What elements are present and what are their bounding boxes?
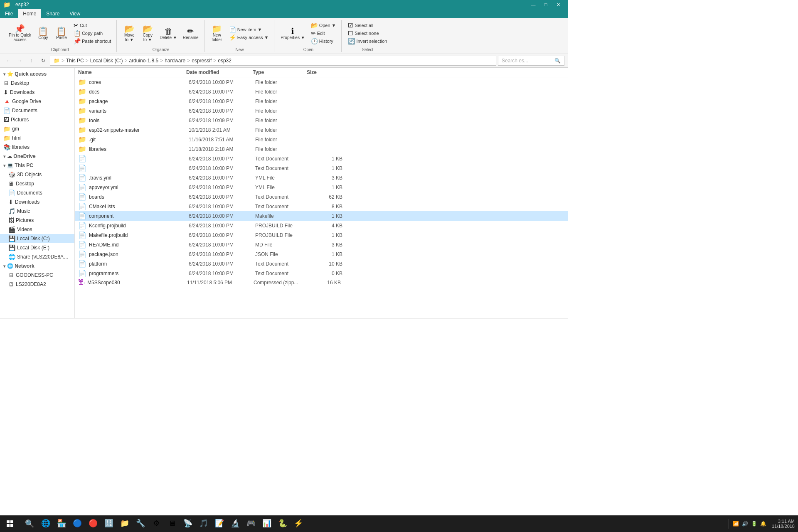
sidebar-item-pictures-pc[interactable]: 🖼 Pictures <box>0 216 74 225</box>
sidebar-item-documents-qa[interactable]: 📄 Documents 📌 <box>0 106 74 115</box>
table-row[interactable]: 📄 Makefile.projbuild 6/24/2018 10:00 PM … <box>75 230 568 240</box>
sidebar-item-ls220[interactable]: 🖥 LS220DE8A2 <box>0 280 74 289</box>
up-button[interactable]: ↑ <box>27 56 37 66</box>
file-type: Text Document <box>255 261 309 267</box>
forward-button[interactable]: → <box>15 56 25 66</box>
table-row[interactable]: 📁 cores 6/24/2018 10:00 PM File folder <box>75 77 568 87</box>
table-row[interactable]: 📄 boards 6/24/2018 10:00 PM Text Documen… <box>75 192 568 202</box>
file-date: 6/24/2018 10:00 PM <box>189 185 255 190</box>
table-row[interactable]: 📁 docs 6/24/2018 10:00 PM File folder <box>75 87 568 96</box>
tab-file[interactable]: File <box>0 9 18 18</box>
sidebar-item-local-disk-c[interactable]: 💾 Local Disk (C:) <box>0 234 74 243</box>
table-row[interactable]: 📁 esp32-snippets-master 10/1/2018 2:01 A… <box>75 125 568 135</box>
network-header[interactable]: ▾ 🌐 Network <box>0 261 74 271</box>
table-row[interactable]: 📄 component 6/24/2018 10:00 PM Makefile … <box>75 211 568 221</box>
onedrive-header[interactable]: ▾ ☁ OneDrive <box>0 152 74 161</box>
sidebar-item-gm[interactable]: 📁 gm <box>0 124 74 133</box>
sidebar-item-3d-objects[interactable]: 🎲 3D Objects <box>0 170 74 179</box>
open-group: ℹ Properties ▼ 📂 Open ▼ ✏ Edit 🕐 History <box>275 20 342 52</box>
table-row[interactable]: 📁 .git 11/16/2018 7:51 AM File folder <box>75 135 568 144</box>
table-row[interactable]: 📄 appveyor.yml 6/24/2018 10:00 PM YML Fi… <box>75 182 568 192</box>
table-row[interactable]: 📁 variants 6/24/2018 10:00 PM File folde… <box>75 106 568 116</box>
minimize-button[interactable]: — <box>527 0 539 9</box>
tab-view[interactable]: View <box>64 9 85 18</box>
rename-button[interactable]: ✏ Rename <box>181 26 201 41</box>
copy-button[interactable]: 📋 Copy <box>35 26 52 41</box>
close-button[interactable]: ✕ <box>552 0 564 9</box>
open-button[interactable]: 📂 Open ▼ <box>309 22 338 29</box>
sidebar-item-share-l[interactable]: 🌐 Share (\\LS220DE8A2) (L:) <box>0 252 74 261</box>
table-row[interactable]: 📁 libraries 11/18/2018 2:18 AM File fold… <box>75 144 568 154</box>
history-button[interactable]: 🕐 History <box>309 37 338 45</box>
table-row[interactable]: 📄 .travis.yml 6/24/2018 10:00 PM YML Fil… <box>75 173 568 182</box>
new-item-button[interactable]: 📄 New item ▼ <box>227 26 271 33</box>
search-box[interactable]: Search es... 🔍 <box>498 56 564 66</box>
invert-selection-button[interactable]: 🔄 Invert selection <box>346 37 389 45</box>
sidebar-item-google-drive[interactable]: 🔺 Google Drive <box>0 97 74 106</box>
refresh-button[interactable]: ↻ <box>38 56 48 66</box>
sidebar-item-local-disk-e[interactable]: 💾 Local Disk (E:) <box>0 243 74 252</box>
quick-access-header[interactable]: ▾ ⭐ Quick access <box>0 69 74 79</box>
table-row[interactable]: 🗜 M5SScope080 11/11/2018 5:06 PM Compres… <box>75 278 568 287</box>
paste-shortcut-button[interactable]: 📌 Paste shortcut <box>71 37 113 45</box>
column-type[interactable]: Type <box>253 69 307 75</box>
select-all-button[interactable]: ☑ Select all <box>346 22 389 29</box>
file-icon: 📁 <box>78 88 86 96</box>
table-row[interactable]: 📁 package 6/24/2018 10:00 PM File folder <box>75 96 568 106</box>
sidebar-item-goodness-pc[interactable]: 🖥 GOODNESS-PC <box>0 271 74 280</box>
select-none-button[interactable]: ☐ Select none <box>346 30 389 37</box>
copy-path-button[interactable]: 📋 Copy path <box>71 30 113 37</box>
libraries-icon: 📚 <box>3 144 10 150</box>
table-row[interactable]: 📄 6/24/2018 10:00 PM Text Document 1 KB <box>75 163 568 173</box>
file-name: .travis.yml <box>89 175 189 181</box>
properties-button[interactable]: ℹ Properties ▼ <box>278 26 307 41</box>
sidebar-item-music[interactable]: 🎵 Music <box>0 207 74 216</box>
file-icon: 📄 <box>78 212 86 220</box>
expand-icon: ▾ <box>3 264 5 268</box>
tab-home[interactable]: Home <box>18 9 41 18</box>
paste-button[interactable]: 📋 Paste <box>53 26 70 41</box>
table-row[interactable]: 📄 6/24/2018 10:00 PM Text Document 1 KB <box>75 154 568 163</box>
this-pc-header[interactable]: ▾ 💻 This PC <box>0 161 74 170</box>
table-row[interactable]: 📄 programmers 6/24/2018 10:00 PM Text Do… <box>75 268 568 278</box>
copy-to-button[interactable]: 📂 Copyto ▼ <box>139 23 156 43</box>
sidebar-item-libraries-qa[interactable]: 📚 libraries <box>0 143 74 152</box>
sidebar-item-pictures-qa[interactable]: 🖼 Pictures <box>0 115 74 124</box>
pin-quick-access-button[interactable]: 📌 Pin to Quickaccess <box>7 23 33 43</box>
sidebar-item-desktop-qa[interactable]: 🖥 Desktop 📌 <box>0 79 74 88</box>
file-date: 6/24/2018 10:00 PM <box>189 89 255 95</box>
maximize-button[interactable]: □ <box>539 0 552 9</box>
table-row[interactable]: 📁 tools 6/24/2018 10:09 PM File folder <box>75 116 568 125</box>
sidebar-item-html[interactable]: 📁 html <box>0 133 74 143</box>
tab-share[interactable]: Share <box>41 9 64 18</box>
sidebar-item-desktop-pc[interactable]: 🖥 Desktop <box>0 179 74 188</box>
table-row[interactable]: 📄 README.md 6/24/2018 10:00 PM MD File 3… <box>75 240 568 249</box>
column-name[interactable]: Name <box>78 69 186 75</box>
table-row[interactable]: 📄 Kconfig.projbuild 6/24/2018 10:00 PM P… <box>75 221 568 230</box>
file-icon: 📄 <box>78 250 86 258</box>
file-name: Makefile.projbuild <box>89 232 189 238</box>
sidebar-item-downloads-qa[interactable]: ⬇ Downloads 📌 <box>0 88 74 97</box>
column-date[interactable]: Date modified <box>186 69 253 75</box>
expand-icon: ▾ <box>3 72 5 76</box>
table-row[interactable]: 📄 package.json 6/24/2018 10:00 PM JSON F… <box>75 249 568 259</box>
table-row[interactable]: 📄 platform 6/24/2018 10:00 PM Text Docum… <box>75 259 568 268</box>
easy-access-button[interactable]: ⚡ Easy access ▼ <box>227 34 271 41</box>
new-folder-button[interactable]: 📁 Newfolder <box>209 23 225 43</box>
back-button[interactable]: ← <box>3 56 13 66</box>
documents-icon: 📄 <box>3 107 10 114</box>
address-input[interactable]: 📁 > This PC > Local Disk (C:) > arduino-… <box>50 56 496 66</box>
table-row[interactable]: 📄 CMakeLists 6/24/2018 10:00 PM Text Doc… <box>75 202 568 211</box>
column-size[interactable]: Size <box>307 69 340 75</box>
file-date: 6/24/2018 10:00 PM <box>189 175 255 181</box>
sidebar-item-documents-pc[interactable]: 📄 Documents <box>0 188 74 197</box>
file-name: platform <box>89 261 189 267</box>
edit-button[interactable]: ✏ Edit <box>309 30 338 37</box>
sidebar-item-downloads-pc[interactable]: ⬇ Downloads <box>0 197 74 207</box>
cut-button[interactable]: ✂ Cut <box>71 22 113 29</box>
delete-button[interactable]: 🗑 Delete ▼ <box>158 26 179 41</box>
ribbon: File Home Share View 📌 Pin to Quickacces… <box>0 9 568 54</box>
file-type: YML File <box>255 175 309 181</box>
move-to-button[interactable]: 📂 Moveto ▼ <box>121 23 138 43</box>
sidebar-item-videos[interactable]: 🎬 Videos <box>0 225 74 234</box>
